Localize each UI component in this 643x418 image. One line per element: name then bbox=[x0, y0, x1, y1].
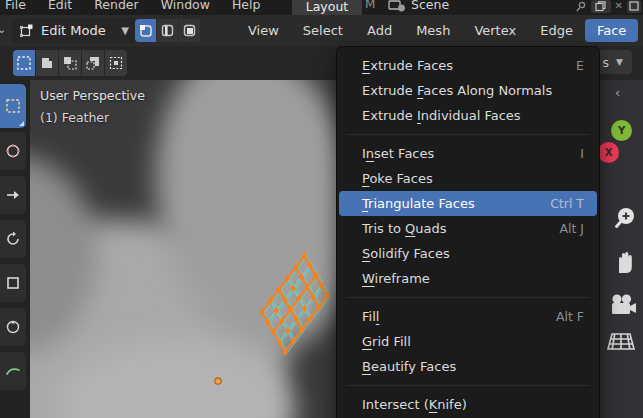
edge-select-icon[interactable] bbox=[157, 19, 178, 42]
orthographic-grid-icon[interactable] bbox=[606, 331, 636, 353]
topbar-menus: FileEditRenderWindowHelp bbox=[0, 0, 271, 14]
header-menu-select[interactable]: Select bbox=[291, 19, 355, 42]
editor-type-chevron-icon[interactable]: ⌄ bbox=[0, 23, 6, 36]
menu-separator bbox=[346, 297, 590, 298]
header-menu-view[interactable]: View bbox=[236, 19, 291, 42]
mode-selector[interactable]: Edit Mode ▼ bbox=[12, 18, 136, 43]
select-intersect-icon[interactable] bbox=[105, 50, 127, 76]
toolbar-left bbox=[0, 80, 30, 418]
tool-move[interactable] bbox=[0, 176, 26, 214]
menu-item-label: Fill bbox=[362, 309, 379, 324]
menu-item-label: Triangulate Faces bbox=[362, 196, 475, 211]
pin-icon[interactable] bbox=[575, 1, 587, 13]
topbar-menu-file[interactable]: File bbox=[0, 0, 37, 14]
face-select-icon[interactable] bbox=[179, 19, 200, 42]
menu-item-triangulate-faces[interactable]: Triangulate FacesCtrl T bbox=[339, 191, 597, 216]
menu-item-shortcut: I bbox=[580, 146, 584, 161]
unlink-scene-button[interactable]: ✕ bbox=[615, 0, 623, 11]
select-set-icon[interactable] bbox=[13, 50, 35, 76]
workspace-tab-layout[interactable]: Layout bbox=[292, 0, 362, 15]
menu-item-label: Beautify Faces bbox=[362, 359, 456, 374]
menu-item-label: Tris to Quads bbox=[362, 221, 447, 236]
view-layer-button[interactable] bbox=[627, 0, 641, 13]
chevron-down-icon: ▼ bbox=[616, 57, 623, 67]
menu-item-fill[interactable]: FillAlt F bbox=[339, 304, 597, 329]
viewport-header: ⌄ Edit Mode ▼ ViewSelectAddMeshVertexEdg… bbox=[0, 15, 643, 46]
scene-selector[interactable]: Scene bbox=[388, 0, 449, 13]
menu-item-label: Grid Fill bbox=[362, 334, 411, 349]
menu-item-shortcut: Ctrl T bbox=[550, 196, 584, 211]
menu-item-extrude-faces-along-normals[interactable]: Extrude Faces Along Normals bbox=[339, 78, 597, 103]
active-object-label: (1) Feather bbox=[40, 110, 145, 125]
scene-name: Scene bbox=[411, 0, 449, 12]
menu-item-extrude-individual-faces[interactable]: Extrude Individual Faces bbox=[339, 103, 597, 128]
scene-icon bbox=[388, 0, 406, 13]
workspace-tab-label: Layout bbox=[306, 0, 349, 14]
select-extend-icon[interactable] bbox=[36, 50, 58, 76]
new-copy-icon bbox=[595, 1, 606, 12]
topbar-menu-edit[interactable]: Edit bbox=[37, 0, 83, 14]
zoom-icon[interactable] bbox=[613, 205, 639, 231]
gizmo-axis-y[interactable]: Y bbox=[611, 120, 632, 141]
mode-selector-label: Edit Mode bbox=[41, 23, 114, 38]
axis-x-label: X bbox=[605, 147, 613, 158]
menu-item-poke-faces[interactable]: Poke Faces bbox=[339, 166, 597, 191]
topbar-menu-window[interactable]: Window bbox=[150, 0, 221, 14]
face-menu: Extrude FacesEExtrude Faces Along Normal… bbox=[336, 46, 600, 418]
menu-item-label: Wireframe bbox=[362, 271, 430, 286]
tool-annotate[interactable] bbox=[0, 352, 26, 390]
menu-item-inset-faces[interactable]: Inset FacesI bbox=[339, 141, 597, 166]
menu-item-grid-fill[interactable]: Grid Fill bbox=[339, 329, 597, 354]
header-menu-uv[interactable]: UV bbox=[638, 19, 643, 42]
menu-separator bbox=[346, 385, 590, 386]
header-menu-vertex[interactable]: Vertex bbox=[462, 19, 528, 42]
select-subtract-icon[interactable] bbox=[59, 50, 81, 76]
header-menu-add[interactable]: Add bbox=[355, 19, 404, 42]
select-mode-options bbox=[13, 50, 127, 76]
workspace-extra-label: M bbox=[365, 0, 375, 11]
tool-transform[interactable] bbox=[0, 308, 26, 346]
sidebar-toggle-chevron-icon[interactable]: ‹ bbox=[615, 85, 620, 100]
layers-icon bbox=[629, 1, 640, 12]
vertex-select-icon[interactable] bbox=[135, 19, 156, 42]
blender-window: User Perspective (1) Feather ‹ Y X s ▼ ⌄ bbox=[0, 0, 643, 418]
menu-item-wireframe[interactable]: Wireframe bbox=[339, 266, 597, 291]
object-origin-dot bbox=[215, 378, 221, 384]
camera-view-icon[interactable] bbox=[608, 292, 638, 318]
menu-item-tris-to-quads[interactable]: Tris to QuadsAlt J bbox=[339, 216, 597, 241]
menu-item-shortcut: Alt F bbox=[556, 309, 584, 324]
tool-cursor[interactable] bbox=[0, 132, 26, 170]
select-invert-icon[interactable] bbox=[82, 50, 104, 76]
menu-item-label: Intersect (Knife) bbox=[362, 397, 467, 412]
header-menu-edge[interactable]: Edge bbox=[528, 19, 585, 42]
viewport-header-menus: ViewSelectAddMeshVertexEdgeFaceUV bbox=[236, 15, 643, 46]
menu-item-label: Extrude Individual Faces bbox=[362, 108, 521, 123]
menu-item-label: Solidify Faces bbox=[362, 246, 450, 261]
gizmo-axis-x[interactable]: X bbox=[598, 142, 619, 163]
edit-mode-icon bbox=[19, 23, 34, 38]
mesh-select-mode-buttons bbox=[135, 19, 200, 42]
menu-item-extrude-faces[interactable]: Extrude FacesE bbox=[339, 53, 597, 78]
menu-item-intersect-knife[interactable]: Intersect (Knife) bbox=[339, 392, 597, 417]
chevron-down-icon: ▼ bbox=[121, 25, 129, 36]
tool-options-corner bbox=[19, 121, 24, 126]
menu-item-beautify-faces[interactable]: Beautify Faces bbox=[339, 354, 597, 379]
tool-rotate[interactable] bbox=[0, 220, 26, 258]
topbar-right-icons: ✕ bbox=[575, 0, 641, 13]
topbar-menu-render[interactable]: Render bbox=[83, 0, 150, 14]
axis-y-label: Y bbox=[618, 125, 625, 136]
viewport-overlay: User Perspective (1) Feather bbox=[40, 88, 145, 125]
new-scene-button[interactable] bbox=[591, 0, 611, 13]
tool-select-box[interactable] bbox=[0, 84, 26, 128]
menu-separator bbox=[346, 134, 590, 135]
view-perspective-label: User Perspective bbox=[40, 88, 145, 103]
topbar-menu-help[interactable]: Help bbox=[221, 0, 272, 14]
header-menu-face[interactable]: Face bbox=[585, 19, 638, 42]
menu-item-shortcut: Alt J bbox=[559, 221, 584, 236]
header-menu-mesh[interactable]: Mesh bbox=[404, 19, 462, 42]
options-truncated-label: s bbox=[603, 55, 610, 70]
menu-item-solidify-faces[interactable]: Solidify Faces bbox=[339, 241, 597, 266]
menu-item-label: Extrude Faces Along Normals bbox=[362, 83, 552, 98]
tool-scale[interactable] bbox=[0, 264, 26, 302]
pan-hand-icon[interactable] bbox=[611, 247, 639, 275]
